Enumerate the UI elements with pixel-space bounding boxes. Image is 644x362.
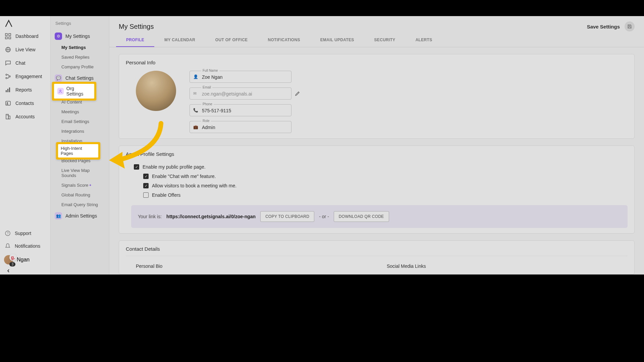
- checkbox-label: Enable "Chat with me" feature.: [152, 174, 216, 179]
- nav-label: Notifications: [15, 243, 40, 249]
- checkbox-icon: ✓: [143, 174, 149, 179]
- settings-item-saved-replies[interactable]: Saved Replies: [51, 52, 109, 62]
- notification-count-badge: 3: [9, 262, 15, 266]
- svg-rect-13: [6, 101, 10, 105]
- admin-icon: 👥: [55, 212, 62, 220]
- nav-label: Accounts: [15, 114, 35, 119]
- download-qr-button[interactable]: DOWNLOAD QR CODE: [334, 211, 389, 222]
- profile-avatar[interactable]: [136, 71, 176, 111]
- svg-point-21: [60, 90, 61, 91]
- personal-bio-heading: Personal Bio: [136, 261, 367, 269]
- g-badge: g.: [9, 254, 17, 261]
- svg-point-9: [9, 76, 10, 77]
- contact-icon: [5, 100, 11, 107]
- role-field[interactable]: 💼 Role Admin: [190, 121, 291, 133]
- building-icon: [5, 113, 11, 120]
- chat-icon: [5, 60, 11, 66]
- help-icon: ?: [5, 230, 11, 236]
- settings-item-high-intent[interactable]: High-Intent Pages: [58, 144, 98, 158]
- settings-item-meetings[interactable]: Meetings: [51, 107, 109, 117]
- person-icon: 👤: [193, 74, 198, 79]
- tab-out-of-office[interactable]: OUT OF OFFICE: [205, 34, 258, 47]
- tab-security[interactable]: SECURITY: [364, 34, 406, 47]
- globe-icon: [5, 46, 11, 53]
- checkbox-label: Enable Offers: [152, 192, 180, 198]
- save-button[interactable]: [625, 21, 635, 32]
- tab-my-calendar[interactable]: MY CALENDAR: [154, 34, 205, 47]
- save-icon: [627, 24, 632, 29]
- phone-icon: 📞: [193, 108, 198, 113]
- highlight-high-intent: High-Intent Pages: [56, 142, 100, 160]
- label: High-Intent Pages: [61, 146, 96, 156]
- settings-item-integrations[interactable]: Integrations: [51, 126, 109, 136]
- svg-point-8: [6, 77, 7, 79]
- full-name-field[interactable]: 👤 Full Name Zoe Ngan: [190, 71, 291, 83]
- nav-label: Chat: [15, 60, 25, 66]
- label: Org Settings: [66, 86, 91, 97]
- email-field: ✉ Email zoe.ngan@getsignals.ai: [190, 87, 291, 100]
- nav-label: Reports: [15, 87, 32, 93]
- nav-dashboard[interactable]: Dashboard: [0, 29, 50, 43]
- checkbox-enable-public[interactable]: ✓ Enable my public profile page.: [126, 162, 628, 172]
- user-name: Ngan: [17, 257, 30, 263]
- svg-rect-10: [6, 90, 7, 92]
- settings-item-global-routing[interactable]: Global Routing: [51, 190, 109, 200]
- nav-chat[interactable]: Chat: [0, 56, 50, 70]
- tab-profile[interactable]: PROFILE: [116, 34, 154, 47]
- user-block[interactable]: g. 3 Ngan: [0, 252, 50, 267]
- agent-profile-card: Agent Profile Settings ✓ Enable my publi…: [119, 145, 635, 234]
- org-icon: [57, 88, 64, 95]
- checkbox-icon: ✓: [143, 183, 149, 188]
- settings-group-org[interactable]: Org Settings: [54, 84, 94, 99]
- group-label: Admin Settings: [65, 213, 97, 219]
- tab-email-updates[interactable]: EMAIL UPDATES: [310, 34, 364, 47]
- svg-point-7: [6, 74, 7, 75]
- nav-reports[interactable]: Reports: [0, 83, 50, 97]
- phone-field[interactable]: 📞 Phone 575-517-9115: [190, 104, 291, 116]
- settings-group-my-settings[interactable]: ⚙ My Settings: [51, 30, 109, 43]
- settings-group-admin[interactable]: 👥 Admin Settings: [51, 209, 109, 222]
- checkbox-allow-book[interactable]: ✓ Allow visitors to book a meeting with …: [126, 181, 628, 190]
- svg-point-14: [7, 102, 8, 104]
- nav-support[interactable]: ? Support: [0, 227, 50, 240]
- breadcrumb: Settings: [51, 21, 109, 30]
- collapse-nav-button[interactable]: [0, 267, 50, 275]
- tab-alerts[interactable]: ALERTS: [406, 34, 442, 47]
- pencil-icon: [295, 91, 300, 96]
- social-links-heading: Social Media Links: [387, 261, 618, 269]
- highlight-org-settings: Org Settings: [52, 82, 96, 101]
- copy-clipboard-button[interactable]: COPY TO CLIPBOARD: [260, 211, 314, 222]
- svg-rect-11: [7, 89, 8, 92]
- or-separator: - or -: [319, 214, 329, 219]
- svg-rect-1: [9, 34, 11, 36]
- field-value: 575-517-9115: [202, 108, 231, 113]
- new-badge-icon: ✦: [89, 183, 92, 187]
- settings-item-company-profile[interactable]: Company Profile: [51, 62, 109, 72]
- nav-accounts[interactable]: Accounts: [0, 110, 50, 123]
- logo: [5, 19, 13, 27]
- group-label: My Settings: [65, 34, 90, 39]
- svg-text:?: ?: [7, 232, 9, 235]
- link-prefix: Your link is:: [138, 214, 162, 219]
- checkbox-enable-chat[interactable]: ✓ Enable "Chat with me" feature.: [126, 172, 628, 181]
- branch-icon: [5, 73, 11, 80]
- nav-notifications[interactable]: Notifications: [0, 240, 50, 252]
- settings-item-signals-score[interactable]: Signals Score✦: [51, 180, 109, 190]
- tab-notifications[interactable]: NOTIFICATIONS: [258, 34, 310, 47]
- grid-icon: [5, 33, 11, 40]
- settings-item-live-view-sounds[interactable]: Live View Map Sounds: [51, 166, 109, 180]
- settings-item-my-settings[interactable]: My Settings: [51, 43, 109, 52]
- settings-item-email-query[interactable]: Email Query String: [51, 200, 109, 209]
- checkbox-icon: [143, 192, 149, 198]
- primary-nav: Dashboard Live View Chat Engagement Repo…: [0, 16, 51, 275]
- nav-contacts[interactable]: Contacts: [0, 97, 50, 110]
- profile-link-url: https://connect.getsignals.ai/0/zoe-ngan: [166, 214, 256, 219]
- settings-item-email-settings[interactable]: Email Settings: [51, 117, 109, 126]
- avatar: g. 3: [4, 255, 13, 264]
- nav-live-view[interactable]: Live View: [0, 43, 50, 56]
- edit-email-button[interactable]: [295, 91, 300, 96]
- field-value: Zoe Ngan: [202, 74, 222, 80]
- svg-rect-18: [8, 115, 8, 116]
- nav-engagement[interactable]: Engagement: [0, 70, 50, 83]
- checkbox-enable-offers[interactable]: Enable Offers: [126, 190, 628, 200]
